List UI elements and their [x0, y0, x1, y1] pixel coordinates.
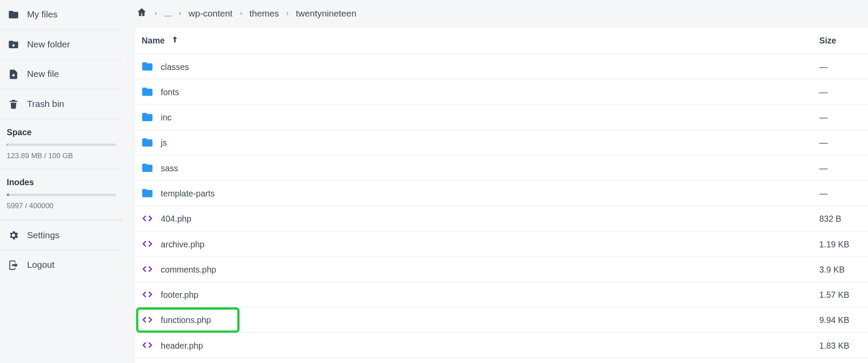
sidebar-item-label: New folder	[27, 40, 70, 50]
file-size: —	[819, 138, 868, 147]
file-row[interactable]: inc—3 years agodrwxr-xr-x	[135, 105, 868, 130]
file-name: fonts	[160, 87, 819, 97]
file-size: 832 B	[819, 213, 868, 223]
space-title: Space	[7, 127, 116, 137]
home-icon[interactable]	[136, 7, 147, 20]
code-icon	[135, 261, 160, 277]
code-icon	[135, 337, 160, 353]
file-size: 3.9 KB	[819, 264, 868, 274]
sidebar-item-new-file[interactable]: New file	[0, 60, 122, 90]
breadcrumb-current[interactable]: twentynineteen	[296, 8, 356, 18]
inodes-progress	[7, 193, 116, 196]
file-row[interactable]: 404.php832 B3 years ago-rw-r--r--	[135, 206, 868, 231]
file-row[interactable]: footer.php1.57 KB3 years ago-rw-r--r--	[135, 282, 868, 307]
column-header-name[interactable]: Name	[135, 35, 819, 46]
inodes-section: Inodes 5997 / 400000	[0, 170, 122, 220]
file-size: —	[819, 163, 868, 173]
code-icon	[135, 312, 160, 327]
folder-icon	[135, 84, 160, 100]
sidebar-item-new-folder[interactable]: New folder	[0, 30, 122, 60]
file-name: archive.php	[160, 239, 819, 249]
code-icon	[135, 286, 160, 302]
sidebar-item-label: Settings	[27, 230, 59, 240]
space-section: Space 123.89 MB / 100 GB	[0, 120, 122, 170]
file-name: template-parts	[160, 188, 819, 198]
gear-icon	[8, 230, 19, 241]
file-list: Name Size Last modified classes—3 years …	[135, 27, 868, 363]
sidebar-item-label: New file	[27, 69, 59, 79]
chevron-right-icon	[238, 9, 244, 18]
sort-asc-icon	[170, 35, 179, 46]
sidebar-item-trash[interactable]: Trash bin	[0, 90, 122, 120]
file-size: 1.57 KB	[819, 290, 868, 299]
sidebar-item-my-files[interactable]: My files	[0, 0, 122, 30]
sidebar: My files New folder New file Trash bin S…	[0, 0, 122, 363]
space-text: 123.89 MB / 100 GB	[7, 151, 116, 167]
breadcrumb: ... wp-content themes twentynineteen	[135, 4, 868, 27]
file-name: classes	[160, 62, 819, 71]
file-size: —	[819, 62, 868, 71]
code-icon	[135, 210, 160, 226]
chevron-right-icon	[153, 9, 158, 18]
file-name: inc	[160, 112, 819, 122]
file-row[interactable]: header.php1.83 KB3 years ago-rw-r--r--	[135, 333, 868, 358]
file-row[interactable]: template-parts—3 years agodrwxr-xr-x	[135, 181, 868, 206]
folder-icon	[8, 9, 19, 20]
trash-icon	[8, 99, 19, 110]
file-list-header: Name Size Last modified	[135, 27, 868, 54]
file-size: —	[819, 112, 868, 122]
file-row[interactable]: fonts—3 years agodrwxr-xr-x	[135, 80, 868, 105]
inodes-text: 5997 / 400000	[7, 202, 116, 217]
column-header-name-label: Name	[142, 36, 165, 45]
chevron-right-icon	[177, 9, 183, 18]
logout-icon	[8, 260, 19, 271]
file-name: functions.php	[160, 315, 819, 325]
space-progress	[7, 143, 116, 146]
file-row[interactable]: js—3 years agodrwxr-xr-x	[135, 130, 868, 155]
sidebar-item-label: Trash bin	[27, 99, 64, 109]
breadcrumb-item[interactable]: wp-content	[188, 8, 232, 18]
sidebar-item-label: Logout	[27, 260, 54, 270]
file-name: js	[160, 138, 819, 147]
inodes-progress-fill	[7, 193, 9, 196]
code-icon	[135, 236, 160, 252]
file-row[interactable]: functions.php9.94 KB3 years ago-rw-r--r-…	[135, 307, 868, 333]
file-row[interactable]: comments.php3.9 KB3 years ago-rw-r--r--	[135, 257, 868, 282]
folder-icon	[135, 59, 160, 74]
sidebar-item-label: My files	[27, 10, 57, 20]
folder-icon	[135, 135, 160, 150]
file-name: header.php	[160, 340, 819, 350]
folder-icon	[135, 185, 160, 201]
main: ... wp-content themes twentynineteen Nam…	[122, 0, 868, 363]
file-row[interactable]: classes—3 years agodrwxr-xr-x	[135, 54, 868, 79]
file-name: footer.php	[160, 290, 819, 299]
folder-plus-icon	[8, 39, 19, 50]
column-header-size[interactable]: Size	[819, 36, 868, 45]
breadcrumb-ellipsis[interactable]: ...	[164, 8, 172, 18]
file-size: 9.94 KB	[819, 315, 868, 325]
inodes-title: Inodes	[7, 177, 116, 187]
file-size: —	[819, 87, 868, 97]
file-name: comments.php	[160, 264, 819, 274]
folder-icon	[135, 160, 160, 176]
breadcrumb-item[interactable]: themes	[249, 8, 279, 18]
file-row[interactable]: archive.php1.19 KB3 years ago-rw-r--r--	[135, 231, 868, 256]
file-name: 404.php	[160, 213, 819, 223]
folder-icon	[135, 109, 160, 125]
space-progress-fill	[7, 143, 7, 146]
file-name: sass	[160, 163, 819, 173]
file-size: 1.83 KB	[819, 340, 868, 350]
chevron-right-icon	[284, 9, 290, 18]
file-plus-icon	[8, 69, 19, 80]
sidebar-bottom: Settings Logout	[0, 220, 122, 280]
file-size: 1.19 KB	[819, 239, 868, 249]
sidebar-item-logout[interactable]: Logout	[0, 250, 122, 280]
sidebar-item-settings[interactable]: Settings	[0, 220, 122, 250]
file-row[interactable]: sass—3 years agodrwxr-xr-x	[135, 155, 868, 180]
file-size: —	[819, 188, 868, 198]
